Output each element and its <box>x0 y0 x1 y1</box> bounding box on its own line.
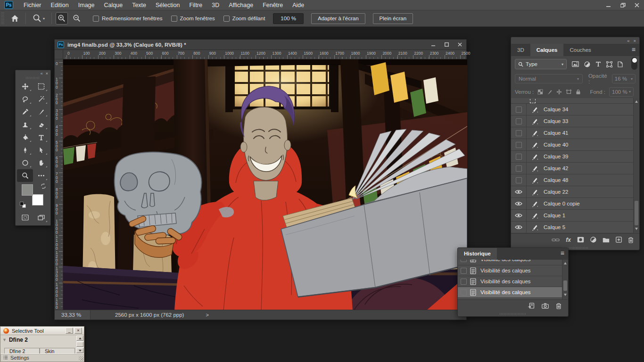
layer-row[interactable]: Calque 0 copie <box>511 198 639 210</box>
option-checkbox[interactable]: Zoom défilant <box>223 16 265 22</box>
doc-close-icon[interactable] <box>453 40 466 50</box>
history-entry[interactable]: Visibilité des calques <box>458 287 568 298</box>
close-panel-icon[interactable]: × <box>633 38 636 43</box>
home-icon[interactable] <box>8 12 22 25</box>
new-snapshot-button[interactable] <box>542 303 549 309</box>
close-icon[interactable]: × <box>74 328 82 334</box>
menu-item[interactable]: Edition <box>46 0 74 10</box>
close-panel-icon[interactable]: × <box>46 71 48 76</box>
zoom-tool-preset-icon[interactable]: ▾ <box>30 12 48 25</box>
restore-icon[interactable] <box>616 0 630 10</box>
menu-item[interactable]: Sélection <box>151 0 184 10</box>
layer-visibility-toggle[interactable] <box>511 163 527 174</box>
scroll-up-icon[interactable] <box>635 100 638 103</box>
layer-filter-toggle[interactable] <box>631 57 637 70</box>
panel-grip[interactable] <box>26 77 40 79</box>
fit-screen-button[interactable]: Adapter à l'écran <box>311 13 365 24</box>
scroll-up-icon[interactable] <box>564 262 567 264</box>
path-select-tool[interactable] <box>33 144 49 156</box>
layer-visibility-toggle[interactable] <box>511 115 527 127</box>
filter-smart-object-icon[interactable] <box>618 61 623 67</box>
lock-artboard-icon[interactable] <box>566 89 572 95</box>
lock-position-icon[interactable] <box>556 89 562 95</box>
resize-grip-icon[interactable] <box>79 356 83 361</box>
layer-row[interactable]: Calque 42 <box>511 163 639 174</box>
close-icon[interactable] <box>630 0 644 10</box>
menu-item[interactable]: Texte <box>127 0 151 10</box>
layer-row[interactable]: Calque 48 <box>511 174 639 186</box>
menu-item[interactable]: Affichage <box>224 0 258 10</box>
layer-visibility-toggle[interactable] <box>511 222 527 233</box>
layer-row[interactable]: Calque 40 <box>511 139 639 151</box>
pen-tool[interactable] <box>17 144 33 156</box>
lock-transparency-icon[interactable] <box>537 89 543 95</box>
scroll-down-icon[interactable] <box>76 348 83 353</box>
document-title-bar[interactable]: Ps img4 finalb.psd @ 33,3% (Calque 60, R… <box>55 40 466 50</box>
dfine-section-header[interactable]: ▼ Dfine 2 <box>0 335 84 343</box>
panel-tab[interactable]: Calques <box>530 44 564 56</box>
ruler-horizontal[interactable]: 0100200300400500600700800900100011001200… <box>63 50 466 59</box>
layers-scrollbar[interactable] <box>633 98 639 233</box>
panel-tab[interactable]: 3D <box>511 44 530 56</box>
lasso-tool[interactable] <box>17 93 33 106</box>
background-color-swatch[interactable] <box>32 194 43 206</box>
lock-all-icon[interactable] <box>576 89 581 95</box>
layer-visibility-toggle[interactable] <box>511 198 527 209</box>
move-tool[interactable] <box>17 80 33 93</box>
link-layers-icon[interactable] <box>552 238 560 242</box>
menu-item[interactable]: Image <box>74 0 99 10</box>
shape-ellipse-tool[interactable] <box>17 156 33 169</box>
collapse-panel-icon[interactable]: « <box>41 71 43 76</box>
scrollbar-thumb[interactable] <box>76 342 83 347</box>
type-tool[interactable] <box>33 131 49 144</box>
status-chevron-icon[interactable]: > <box>206 312 208 318</box>
lock-pixels-icon[interactable] <box>547 89 553 95</box>
panel-menu-icon[interactable]: ≡ <box>632 46 636 53</box>
history-source-checkbox[interactable] <box>461 279 467 285</box>
swap-colors-icon[interactable] <box>41 183 46 189</box>
more-tools[interactable] <box>33 169 49 182</box>
foreground-color-swatch[interactable] <box>22 184 33 196</box>
layer-row[interactable]: Calque 34 <box>511 104 639 115</box>
scroll-down-icon[interactable] <box>635 228 638 230</box>
magic-wand-tool[interactable] <box>33 93 49 106</box>
menu-item[interactable]: 3D <box>207 0 224 10</box>
filter-adjustment-layers-icon[interactable] <box>584 61 590 67</box>
clipped-layer-row[interactable] <box>511 98 639 104</box>
panel-menu-icon[interactable]: ≡ <box>561 249 564 257</box>
brush-tool[interactable] <box>33 106 49 118</box>
zoom-tool[interactable] <box>17 169 33 182</box>
option-checkbox[interactable]: Zoom fenêtres <box>171 16 215 22</box>
layer-row[interactable]: Calque 5 <box>511 222 639 233</box>
layer-row[interactable]: Calque 39 <box>511 151 639 163</box>
delete-state-button[interactable] <box>556 303 561 309</box>
doc-maximize-icon[interactable] <box>440 40 453 50</box>
layer-visibility-toggle[interactable] <box>511 186 527 197</box>
screen-mode-button[interactable] <box>33 211 49 224</box>
add-adjustment-button[interactable] <box>590 237 596 243</box>
layer-visibility-toggle[interactable] <box>511 174 527 186</box>
selective-settings-bar[interactable]: Settings <box>0 354 84 361</box>
history-entry[interactable]: Visibilité des calques <box>458 265 568 276</box>
zoom-in-button[interactable] <box>56 12 68 25</box>
layer-styles-button[interactable]: fx <box>566 237 571 243</box>
default-colors-icon[interactable] <box>20 202 26 208</box>
filter-shape-layers-icon[interactable] <box>606 61 612 67</box>
new-document-from-state-button[interactable] <box>528 303 535 309</box>
new-group-button[interactable] <box>603 237 610 243</box>
eraser-tool[interactable] <box>33 118 49 131</box>
fullscreen-button[interactable]: Plein écran <box>373 13 413 24</box>
scrollbar-thumb[interactable] <box>635 201 638 225</box>
paint-bucket-tool[interactable] <box>17 131 33 144</box>
minimize-icon[interactable]: _ <box>66 328 73 334</box>
layer-row[interactable]: Calque 33 <box>511 115 639 127</box>
eyedropper-tool[interactable] <box>17 106 33 118</box>
menu-item[interactable]: Calque <box>99 0 128 10</box>
filter-type-layers-icon[interactable] <box>595 61 601 67</box>
history-source-checkbox[interactable] <box>461 268 467 274</box>
ruler-vertical[interactable]: 01 0 02 0 03 0 04 0 05 0 06 0 07 0 08 0 … <box>55 59 63 311</box>
history-tab[interactable]: Historique <box>458 248 497 260</box>
collapse-dock-icon[interactable]: « <box>627 38 629 43</box>
layer-row[interactable]: Calque 41 <box>511 127 639 139</box>
blend-mode-select[interactable]: Normal ▾ <box>515 74 583 83</box>
